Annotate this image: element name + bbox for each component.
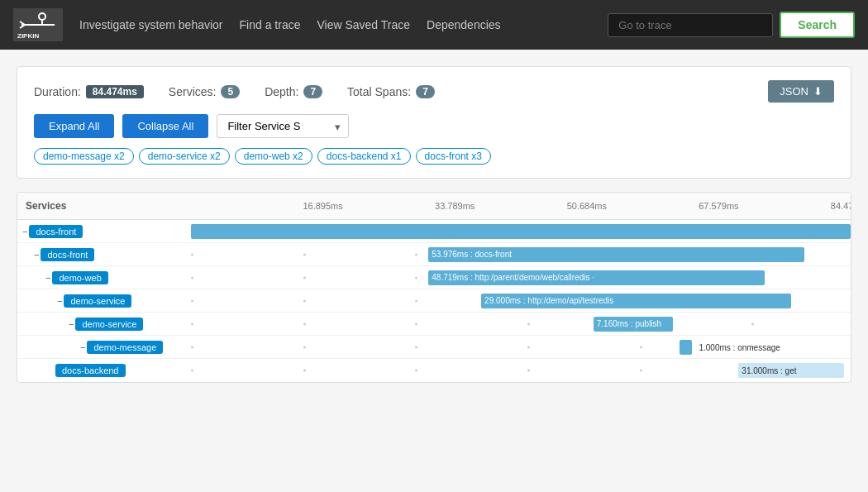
service-cell: −docs-front	[17, 248, 191, 261]
download-icon: ⬇	[813, 85, 823, 98]
time-mark: 84.474ms	[831, 201, 851, 211]
depth-label: Depth:	[265, 85, 298, 98]
service-chip: demo-service	[64, 294, 131, 308]
span-label-outside: 1.000ms : onmessage	[699, 342, 780, 351]
span-bar[interactable]: 7.160ms : publish	[594, 317, 673, 332]
toggle-button[interactable]: −	[21, 227, 29, 236]
span-bar[interactable]	[680, 340, 693, 355]
logo[interactable]: ZIPKIN	[13, 8, 63, 41]
timeline-cell: 29.000ms : http:/demo/api/testredis	[191, 289, 851, 312]
collapse-all-button[interactable]: Collapse All	[122, 114, 208, 138]
span-dot	[751, 322, 754, 325]
service-cell: −docs-front	[17, 225, 191, 238]
span-bar[interactable]: 53.976ms : docs-front	[428, 247, 804, 262]
service-chip: docs-front	[29, 225, 83, 238]
svg-text:ZIPKIN: ZIPKIN	[17, 32, 39, 40]
service-tag[interactable]: docs-front x3	[416, 148, 491, 165]
table-row[interactable]: −demo-service29.000ms : http:/demo/api/t…	[17, 289, 851, 313]
service-cell: docs-backend	[17, 364, 191, 377]
timeline-cell: 53.976ms : docs-front	[191, 243, 851, 265]
span-bar[interactable]: 48.719ms : http:/parent/demo/web/callred…	[428, 270, 765, 285]
main-nav: Investigate system behavior Find a trace…	[79, 18, 591, 31]
action-row: Expand All Collapse All Filter Service S	[34, 114, 834, 138]
timeline-cell: 31.000ms : get	[191, 359, 851, 382]
json-label: JSON	[780, 85, 808, 98]
service-cell: −demo-service	[17, 294, 191, 308]
service-chip: demo-web	[52, 271, 107, 284]
time-mark: 16.895ms	[303, 201, 342, 211]
service-tag[interactable]: demo-message x2	[34, 148, 134, 165]
trace-rows: −docs-front·63.538ms : get−docs-front53.…	[17, 220, 851, 382]
span-bar[interactable]	[191, 224, 851, 239]
json-download-button[interactable]: JSON ⬇	[768, 80, 834, 103]
span-dot	[303, 370, 306, 372]
service-cell: −demo-service	[17, 318, 191, 331]
main-content: Duration: 84.474ms Services: 5 Depth: 7 …	[0, 50, 868, 399]
duration-item: Duration: 84.474ms	[34, 85, 144, 98]
services-column-header: Services	[17, 200, 191, 212]
header-right: Search	[608, 12, 855, 38]
table-row[interactable]: −demo-web48.719ms : http:/parent/demo/we…	[17, 266, 851, 289]
table-row[interactable]: −demo-message1.000ms : onmessage	[17, 336, 851, 359]
search-button[interactable]: Search	[780, 12, 855, 38]
service-cell: −demo-message	[17, 341, 191, 354]
span-dot	[303, 276, 306, 279]
span-bar[interactable]: 31.000ms : get	[738, 363, 844, 378]
span-dot	[415, 346, 417, 348]
filter-service-select[interactable]: Filter Service S	[217, 114, 349, 138]
span-dot	[191, 276, 193, 279]
service-chip: docs-backend	[55, 364, 126, 377]
nav-dependencies[interactable]: Dependencies	[427, 18, 501, 31]
service-chip: demo-message	[87, 341, 163, 354]
span-dot	[191, 322, 193, 325]
span-dot	[191, 253, 193, 256]
table-row[interactable]: −demo-service7.160ms : publish	[17, 313, 851, 336]
expand-all-button[interactable]: Expand All	[34, 114, 114, 138]
table-row[interactable]: −docs-front53.976ms : docs-front	[17, 243, 851, 266]
span-dot	[415, 276, 417, 279]
services-item: Services: 5	[169, 85, 240, 98]
service-tag[interactable]: demo-service x2	[139, 148, 230, 165]
nav-investigate[interactable]: Investigate system behavior	[79, 18, 223, 31]
span-dot	[527, 322, 530, 325]
service-tag[interactable]: docs-backend x1	[317, 148, 411, 165]
total-spans-item: Total Spans: 7	[347, 85, 435, 98]
span-dot	[303, 299, 306, 302]
span-dot	[415, 322, 417, 325]
span-dot	[527, 370, 530, 372]
filter-wrapper: Filter Service S	[217, 114, 349, 138]
depth-value: 7	[303, 85, 322, 98]
goto-trace-input[interactable]	[608, 13, 773, 37]
trace-timeline: Services 16.895ms33.789ms50.684ms67.579m…	[17, 192, 851, 383]
span-dot	[191, 299, 193, 302]
timeline-cell: 7.160ms : publish	[191, 313, 851, 335]
service-tag[interactable]: demo-web x2	[235, 148, 312, 165]
table-row[interactable]: −docs-front·63.538ms : get	[17, 220, 851, 243]
depth-item: Depth: 7	[265, 85, 322, 98]
services-label: Services:	[169, 85, 217, 98]
time-mark: 50.684ms	[567, 201, 607, 211]
toggle-button[interactable]: −	[67, 319, 75, 329]
trace-stats-row: Duration: 84.474ms Services: 5 Depth: 7 …	[34, 80, 834, 103]
toggle-button[interactable]: −	[55, 296, 64, 306]
duration-value: 84.474ms	[86, 85, 144, 98]
toggle-button[interactable]: −	[79, 342, 87, 352]
service-chip: demo-service	[75, 318, 143, 331]
span-dot	[415, 370, 417, 372]
toggle-button[interactable]: −	[44, 273, 52, 283]
timeline-cell: 1.000ms : onmessage	[191, 336, 851, 358]
span-dot	[191, 346, 193, 348]
span-dot	[640, 346, 642, 348]
trace-timeline-header: Services 16.895ms33.789ms50.684ms67.579m…	[17, 193, 851, 220]
span-dot	[303, 322, 306, 325]
table-row[interactable]: docs-backend31.000ms : get	[17, 359, 851, 382]
toggle-button[interactable]: −	[32, 250, 41, 260]
span-bar[interactable]: 29.000ms : http:/demo/api/testredis	[481, 294, 791, 308]
span-dot	[527, 346, 530, 348]
nav-find-trace[interactable]: Find a trace	[240, 18, 301, 31]
timeline-cell: 48.719ms : http:/parent/demo/web/callred…	[191, 266, 851, 289]
timeline-cell: ·63.538ms : get	[191, 220, 851, 242]
nav-view-saved[interactable]: View Saved Trace	[317, 18, 410, 31]
app-header: ZIPKIN Investigate system behavior Find …	[0, 0, 868, 50]
trace-info-card: Duration: 84.474ms Services: 5 Depth: 7 …	[17, 66, 851, 179]
